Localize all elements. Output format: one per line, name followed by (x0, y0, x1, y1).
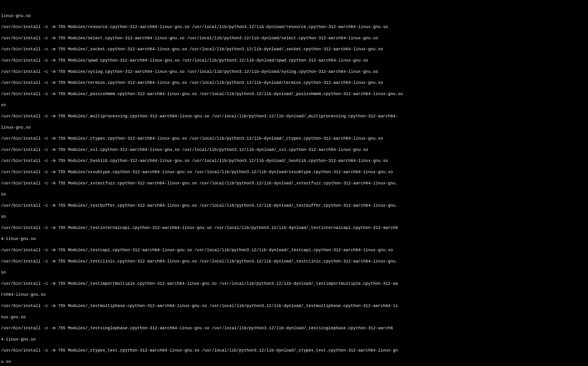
terminal-line: so (1, 102, 587, 108)
terminal-window[interactable]: linux-gnu.so /usr/bin/install -c -m 755 … (0, 0, 588, 366)
terminal-line: /usr/bin/install -c -m 755 Modules/_posi… (1, 91, 587, 97)
terminal-line: u.so (1, 359, 587, 364)
terminal-line: /usr/bin/install -c -m 755 Modules/_test… (1, 259, 587, 264)
terminal-line: /usr/bin/install -c -m 755 Modules/_ctyp… (1, 136, 587, 141)
terminal-line: /usr/bin/install -c -m 755 Modules/termi… (1, 80, 587, 85)
terminal-line: /usr/bin/install -c -m 755 Modules/_test… (1, 281, 587, 286)
terminal-line: /usr/bin/install -c -m 755 Modules/_mult… (1, 114, 587, 119)
terminal-line: /usr/bin/install -c -m 755 Modules/_xxte… (1, 181, 587, 186)
terminal-line: /usr/bin/install -c -m 755 Modules/_test… (1, 225, 587, 230)
terminal-line: 4-linux-gnu.so (1, 337, 587, 342)
terminal-line: linux-gnu.so (1, 13, 587, 19)
terminal-line: /usr/bin/install -c -m 755 Modules/_sock… (1, 46, 587, 52)
terminal-line: /usr/bin/install -c -m 755 Modules/_test… (1, 247, 587, 253)
terminal-line: linux-gnu.so (1, 125, 587, 130)
terminal-line: /usr/bin/install -c -m 755 Modules/_test… (1, 325, 587, 331)
terminal-line: /usr/bin/install -c -m 755 Modules/_test… (1, 203, 587, 208)
terminal-line: /usr/bin/install -c -m 755 Modules/_test… (1, 303, 587, 309)
terminal-line: /usr/bin/install -c -m 755 Modules/_ctyp… (1, 348, 587, 353)
terminal-line: /usr/bin/install -c -m 755 Modules/syslo… (1, 69, 587, 74)
terminal-line: nux-gnu.so (1, 314, 587, 320)
terminal-line: /usr/bin/install -c -m 755 Modules/spwd.… (1, 58, 587, 63)
terminal-line: rch64-linux-gnu.so (1, 292, 587, 297)
terminal-line: so (1, 214, 587, 219)
terminal-line: /usr/bin/install -c -m 755 Modules/selec… (1, 35, 587, 41)
terminal-line: /usr/bin/install -c -m 755 Modules/_hash… (1, 158, 587, 163)
terminal-line: /usr/bin/install -c -m 755 Modules/xxsub… (1, 169, 587, 175)
terminal-line: so (1, 270, 587, 275)
terminal-line: so (1, 191, 587, 197)
terminal-line: 4-linux-gnu.so (1, 236, 587, 242)
terminal-output: linux-gnu.so /usr/bin/install -c -m 755 … (1, 2, 587, 366)
terminal-line: /usr/bin/install -c -m 755 Modules/resou… (1, 24, 587, 30)
terminal-line: /usr/bin/install -c -m 755 Modules/_ssl.… (1, 147, 587, 152)
